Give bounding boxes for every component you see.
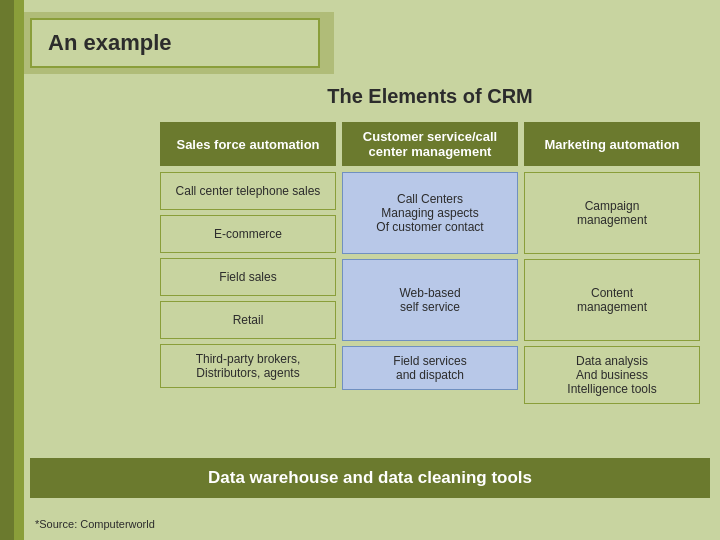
- slide: An example The Elements of CRM Sales for…: [0, 0, 720, 540]
- col-header-1: Sales force automation: [160, 122, 336, 166]
- cell-c1r1: Call center telephone sales: [160, 172, 336, 210]
- cell-c3r3: Data analysis And business Intelligence …: [524, 346, 700, 404]
- col1: Call center telephone sales E-commerce F…: [160, 172, 336, 404]
- deco-bar-left2: [14, 0, 24, 540]
- footnote: *Source: Computerworld: [35, 518, 155, 530]
- deco-bar-left: [0, 0, 14, 540]
- bottom-banner: Data warehouse and data cleaning tools: [30, 458, 710, 498]
- col3: Campaign management Content management D…: [524, 172, 700, 404]
- cell-c2r3: Field services and dispatch: [342, 346, 518, 390]
- main-content: The Elements of CRM Sales force automati…: [160, 85, 700, 404]
- cell-c2r2: Web-based self service: [342, 259, 518, 341]
- col2: Call Centers Managing aspects Of custome…: [342, 172, 518, 404]
- col-header-3: Marketing automation: [524, 122, 700, 166]
- cell-c1r3: Field sales: [160, 258, 336, 296]
- title-box: An example: [30, 18, 320, 68]
- cell-c1r5: Third-party brokers, Distributors, agent…: [160, 344, 336, 388]
- grid-body: Call center telephone sales E-commerce F…: [160, 172, 700, 404]
- section-title: The Elements of CRM: [160, 85, 700, 108]
- cell-c3r2: Content management: [524, 259, 700, 341]
- col-header-2: Customer service/call center management: [342, 122, 518, 166]
- headers-row: Sales force automation Customer service/…: [160, 122, 700, 166]
- cell-c2r1: Call Centers Managing aspects Of custome…: [342, 172, 518, 254]
- cell-c1r2: E-commerce: [160, 215, 336, 253]
- cell-c1r4: Retail: [160, 301, 336, 339]
- cell-c3r1: Campaign management: [524, 172, 700, 254]
- page-title: An example: [48, 30, 302, 56]
